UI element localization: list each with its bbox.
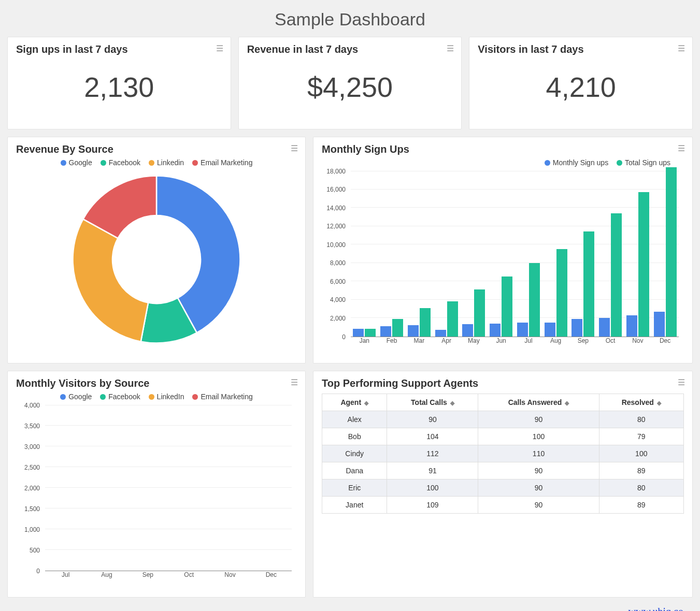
table-cell: 89: [599, 497, 683, 514]
stat-value: 4,210: [478, 59, 684, 121]
table-cell: Dana: [322, 462, 387, 479]
bar: [365, 329, 376, 336]
x-axis-label: Nov: [209, 571, 250, 581]
table-cell: 100: [599, 445, 683, 462]
legend-dot-icon: [545, 160, 550, 166]
table-cell: 110: [478, 445, 599, 462]
y-axis-tick: 2,000: [24, 485, 40, 492]
x-axis-label: May: [460, 337, 488, 347]
bar: [353, 329, 364, 336]
visitors-legend: Google Facebook LinkedIn Email Marketing: [16, 392, 297, 401]
y-axis-tick: 3,500: [24, 423, 40, 430]
watermark-link[interactable]: www.ubiq.co: [7, 605, 693, 611]
y-axis-tick: 0: [36, 568, 40, 575]
table-header[interactable]: Calls Answered◆: [478, 394, 599, 411]
table-cell: 90: [478, 462, 599, 479]
table-cell: 100: [478, 428, 599, 445]
legend-label: Facebook: [108, 392, 140, 401]
table-cell: Alex: [322, 411, 387, 428]
hamburger-icon[interactable]: ☰: [678, 144, 685, 153]
x-axis-label: Feb: [378, 337, 406, 347]
stat-value: $4,250: [247, 59, 453, 121]
table-cell: 90: [478, 411, 599, 428]
legend-dot-icon: [149, 394, 154, 400]
x-axis-label: Mar: [406, 337, 433, 347]
bar: [638, 192, 649, 336]
table-header[interactable]: Resolved◆: [599, 394, 683, 411]
x-axis-label: Jun: [488, 337, 515, 347]
y-axis-tick: 16,000: [326, 186, 346, 193]
bar-group: [597, 171, 624, 337]
legend-dot-icon: [617, 160, 622, 166]
bar: [380, 326, 391, 336]
hamburger-icon[interactable]: ☰: [447, 45, 454, 53]
hamburger-icon[interactable]: ☰: [291, 379, 298, 387]
bar-group: [209, 405, 250, 571]
x-axis-label: Jan: [351, 337, 378, 347]
x-axis-label: Dec: [651, 337, 679, 347]
bar-group: [569, 171, 597, 337]
bar: [490, 324, 501, 337]
table-cell: 112: [387, 445, 478, 462]
legend-label: Email Marketing: [201, 158, 252, 167]
table-cell: 89: [599, 462, 683, 479]
y-axis-tick: 2,500: [24, 464, 40, 471]
bar: [420, 308, 431, 337]
table-cell: 109: [387, 497, 478, 514]
bar-group: [351, 171, 378, 337]
y-axis-tick: 2,000: [330, 315, 346, 322]
stat-card-revenue: Revenue in last 7 days ☰ $4,250: [238, 37, 462, 129]
table-cell: 80: [599, 479, 683, 497]
legend-label: Facebook: [109, 158, 140, 167]
bar: [517, 323, 528, 337]
card-title: Revenue By Source: [16, 143, 297, 155]
bar: [572, 319, 582, 337]
y-axis-tick: 0: [342, 333, 346, 341]
y-axis-tick: 8,000: [330, 259, 346, 267]
legend-dot-icon: [101, 160, 106, 166]
table-cell: 90: [478, 479, 599, 497]
card-title: Top Performing Support Agents: [322, 377, 684, 389]
table-cell: 91: [387, 462, 478, 479]
x-axis-label: Jul: [515, 337, 542, 347]
legend-dot-icon: [100, 394, 106, 400]
card-title: Visitors in last 7 days: [478, 43, 684, 55]
monthly-visitors-card: Monthly Visitors by Source ☰ Google Face…: [7, 371, 306, 598]
y-axis-tick: 500: [30, 547, 40, 554]
table-header[interactable]: Agent◆: [322, 394, 387, 411]
legend-label: LinkedIn: [157, 392, 184, 401]
bar: [474, 289, 485, 336]
legend-label: Email Marketing: [201, 392, 252, 401]
bar-group: [378, 171, 406, 337]
hamburger-icon[interactable]: ☰: [291, 144, 298, 153]
table-header[interactable]: Total Calls◆: [387, 394, 478, 411]
legend-label: Google: [69, 158, 92, 167]
y-axis-tick: 4,000: [24, 402, 40, 409]
legend-dot-icon: [192, 394, 198, 400]
legend-label: Google: [68, 392, 92, 401]
table-row: Bob10410079: [322, 428, 684, 445]
hamburger-icon[interactable]: ☰: [216, 45, 223, 53]
table-row: Alex909080: [322, 411, 684, 428]
hamburger-icon[interactable]: ☰: [678, 45, 685, 53]
x-axis-label: Jul: [45, 571, 86, 581]
bar: [583, 231, 594, 336]
agents-table: Agent◆Total Calls◆Calls Answered◆Resolve…: [322, 394, 684, 514]
card-title: Sign ups in last 7 days: [16, 43, 222, 55]
y-axis-tick: 4,000: [330, 296, 346, 303]
page-title: Sample Dashboard: [7, 9, 693, 30]
legend-dot-icon: [149, 160, 154, 166]
bar-group: [460, 171, 488, 337]
monthly-signups-card: Monthly Sign Ups ☰ Monthly Sign ups Tota…: [313, 137, 693, 363]
card-title: Revenue in last 7 days: [247, 43, 453, 55]
stat-value: 2,130: [16, 59, 222, 121]
bar: [392, 319, 403, 337]
hamburger-icon[interactable]: ☰: [678, 379, 685, 387]
card-title: Monthly Sign Ups: [322, 143, 684, 155]
visitors-stacked-bar-chart: 05001,0001,5002,0002,5003,0003,5004,000J…: [16, 405, 297, 581]
table-row: Cindy112110100: [322, 445, 684, 462]
bar-group: [488, 171, 515, 337]
table-cell: Bob: [322, 428, 387, 445]
x-axis-label: Sep: [569, 337, 597, 347]
bar-group: [542, 171, 569, 337]
